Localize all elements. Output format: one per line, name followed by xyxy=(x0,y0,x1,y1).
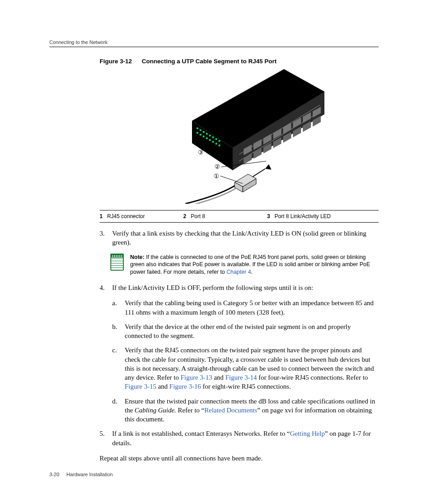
substep-b: b. Verify that the device at the other e… xyxy=(112,322,379,341)
running-header: Connecting to the Network xyxy=(49,39,379,45)
svg-rect-22 xyxy=(200,129,201,131)
header-rule xyxy=(49,47,379,47)
step-5-number: 5. xyxy=(100,429,112,447)
svg-rect-24 xyxy=(206,133,208,135)
svg-rect-31 xyxy=(203,136,205,137)
substep-d-t2: Refer to “ xyxy=(176,407,205,414)
svg-rect-36 xyxy=(218,145,220,146)
svg-rect-34 xyxy=(212,141,214,143)
legend-1-num: 1 xyxy=(100,213,103,219)
switch-illustration-svg: ③ ② ① xyxy=(154,69,324,204)
link-figure-3-15[interactable]: Figure 3-15 xyxy=(125,383,156,390)
link-figure-3-14[interactable]: Figure 3-14 xyxy=(225,374,257,381)
substep-d-body: Ensure that the twisted pair connection … xyxy=(125,397,379,424)
svg-rect-30 xyxy=(200,134,201,136)
link-figure-3-13[interactable]: Figure 3-13 xyxy=(181,374,212,381)
substep-c-t2: and xyxy=(212,374,225,381)
substep-c-number: c. xyxy=(112,346,125,391)
substep-b-number: b. xyxy=(112,322,125,341)
note-link-chapter4[interactable]: Chapter 4 xyxy=(227,269,251,275)
figure-illustration: ③ ② ① xyxy=(154,69,324,204)
substep-a-body: Verify that the cabling being used is Ca… xyxy=(125,298,379,317)
substep-b-body: Verify that the device at the other end … xyxy=(125,322,379,341)
link-getting-help[interactable]: Getting Help xyxy=(290,430,325,437)
svg-rect-25 xyxy=(209,135,211,136)
step-4-body: If the Link/Activity LED is OFF, perform… xyxy=(112,283,379,292)
svg-rect-32 xyxy=(206,137,208,139)
callout-2-marker: ② xyxy=(214,163,220,170)
callout-1-marker: ① xyxy=(214,172,219,180)
note-icon xyxy=(110,254,124,271)
step-4: 4. If the Link/Activity LED is OFF, perf… xyxy=(100,283,379,292)
substep-a-number: a. xyxy=(112,298,125,317)
step-5: 5. If a link is not established, contact… xyxy=(100,429,379,447)
substep-c-t5: for eight-wire RJ45 connections. xyxy=(201,383,291,390)
legend-1-text: RJ45 connector xyxy=(107,213,145,219)
substep-c-body: Verify that the RJ45 connectors on the t… xyxy=(125,346,379,391)
svg-marker-41 xyxy=(265,164,271,170)
legend-2-text: Port 8 xyxy=(191,213,205,219)
note-block: Note: If the cable is connected to one o… xyxy=(110,254,379,276)
note-label: Note: xyxy=(130,254,144,260)
substep-d-number: d. xyxy=(112,397,125,424)
step-3: 3. Verify that a link exists by checking… xyxy=(100,229,379,247)
figure-title: Connecting a UTP Cable Segment to RJ45 P… xyxy=(142,58,277,65)
note-body-2: . xyxy=(251,269,253,275)
legend-2-num: 2 xyxy=(183,213,187,219)
svg-rect-26 xyxy=(212,136,214,138)
step-5-body: If a link is not established, contact En… xyxy=(112,429,379,447)
step-3-number: 3. xyxy=(100,229,112,247)
substep-c-t3: for four-wire RJ45 connections. Refer to xyxy=(257,374,368,381)
svg-rect-33 xyxy=(209,139,211,141)
cabling-guide-italic: Cabling Guide. xyxy=(135,407,176,414)
link-related-documents[interactable]: Related Documents xyxy=(204,407,257,414)
note-text: Note: If the cable is connected to one o… xyxy=(130,254,379,276)
substep-d: d. Ensure that the twisted pair connecti… xyxy=(112,397,379,424)
svg-rect-28 xyxy=(218,140,220,142)
legend-3-text: Port 8 Link/Activity LED xyxy=(275,213,331,219)
svg-rect-21 xyxy=(197,127,198,129)
svg-line-40 xyxy=(253,169,265,177)
figure-caption: Figure 3-12Connecting a UTP Cable Segmen… xyxy=(100,58,379,65)
svg-rect-35 xyxy=(215,143,217,145)
step-4-number: 4. xyxy=(100,283,112,292)
step-5-t1: If a link is not established, contact En… xyxy=(112,430,290,437)
step-3-body: Verify that a link exists by checking th… xyxy=(112,229,379,247)
footer-section: Hardware Installation xyxy=(66,472,113,477)
svg-rect-23 xyxy=(203,131,205,133)
link-figure-3-16[interactable]: Figure 3-16 xyxy=(170,383,201,390)
callout-legend: 1RJ45 connector 2Port 8 3Port 8 Link/Act… xyxy=(100,210,379,223)
closing-paragraph: Repeat all steps above until all connect… xyxy=(100,454,379,463)
substep-c: c. Verify that the RJ45 connectors on th… xyxy=(112,346,379,391)
substep-c-t4: and xyxy=(156,383,169,390)
svg-rect-29 xyxy=(197,132,198,134)
page-footer: 3-20Hardware Installation xyxy=(49,472,113,477)
page-number: 3-20 xyxy=(49,472,59,477)
substep-a: a. Verify that the cabling being used is… xyxy=(112,298,379,317)
svg-rect-27 xyxy=(215,138,217,140)
legend-3-num: 3 xyxy=(267,213,270,219)
figure-label: Figure 3-12 xyxy=(100,58,132,65)
callout-3-marker: ③ xyxy=(198,149,204,156)
